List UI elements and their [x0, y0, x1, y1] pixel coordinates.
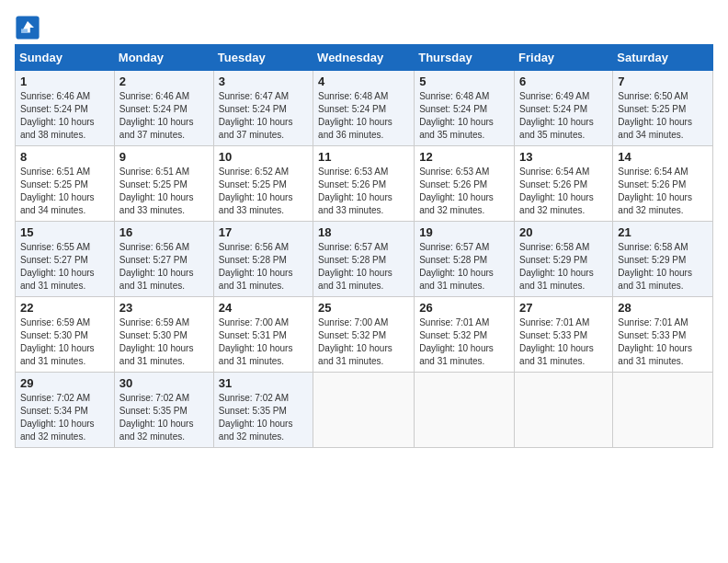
- logo: [15, 15, 44, 40]
- day-number: 3: [219, 75, 308, 88]
- logo-icon: [15, 15, 40, 40]
- day-number: 21: [618, 225, 708, 239]
- day-detail: Sunrise: 6:52 AMSunset: 5:25 PMDaylight:…: [219, 167, 293, 215]
- svg-rect-2: [21, 29, 28, 32]
- day-number: 7: [618, 75, 708, 88]
- day-detail: Sunrise: 7:02 AMSunset: 5:35 PMDaylight:…: [219, 393, 293, 442]
- calendar-cell: 23Sunrise: 6:59 AMSunset: 5:30 PMDayligh…: [114, 297, 213, 373]
- day-detail: Sunrise: 6:58 AMSunset: 5:29 PMDaylight:…: [519, 242, 594, 291]
- calendar-cell: 13Sunrise: 6:54 AMSunset: 5:26 PMDayligh…: [515, 146, 613, 222]
- calendar-cell: 9Sunrise: 6:51 AMSunset: 5:25 PMDaylight…: [114, 146, 213, 222]
- calendar-week-row: 22Sunrise: 6:59 AMSunset: 5:30 PMDayligh…: [16, 297, 713, 373]
- calendar-cell: 21Sunrise: 6:58 AMSunset: 5:29 PMDayligh…: [613, 222, 713, 297]
- day-detail: Sunrise: 6:59 AMSunset: 5:30 PMDaylight:…: [20, 317, 95, 366]
- day-detail: Sunrise: 7:02 AMSunset: 5:34 PMDaylight:…: [20, 393, 95, 442]
- day-detail: Sunrise: 6:48 AMSunset: 5:24 PMDaylight:…: [318, 91, 392, 140]
- day-number: 2: [119, 75, 209, 88]
- calendar-day-header: Wednesday: [313, 45, 415, 71]
- calendar-cell: 14Sunrise: 6:54 AMSunset: 5:26 PMDayligh…: [613, 146, 713, 222]
- page-header: [15, 15, 713, 40]
- calendar-body: 1Sunrise: 6:46 AMSunset: 5:24 PMDaylight…: [16, 71, 713, 448]
- day-detail: Sunrise: 6:53 AMSunset: 5:26 PMDaylight:…: [318, 167, 392, 215]
- day-detail: Sunrise: 7:00 AMSunset: 5:32 PMDaylight:…: [318, 317, 392, 366]
- day-detail: Sunrise: 7:01 AMSunset: 5:32 PMDaylight:…: [419, 317, 494, 366]
- calendar-cell: 24Sunrise: 7:00 AMSunset: 5:31 PMDayligh…: [213, 297, 313, 373]
- calendar-cell: 11Sunrise: 6:53 AMSunset: 5:26 PMDayligh…: [313, 146, 415, 222]
- day-number: 31: [219, 376, 308, 390]
- calendar-day-header: Tuesday: [213, 45, 313, 71]
- day-detail: Sunrise: 6:54 AMSunset: 5:26 PMDaylight:…: [618, 167, 692, 215]
- day-number: 29: [20, 376, 109, 390]
- day-number: 25: [318, 301, 409, 315]
- calendar-cell: 10Sunrise: 6:52 AMSunset: 5:25 PMDayligh…: [213, 146, 313, 222]
- day-number: 9: [119, 150, 209, 164]
- calendar-week-row: 29Sunrise: 7:02 AMSunset: 5:34 PMDayligh…: [16, 373, 713, 448]
- day-detail: Sunrise: 6:56 AMSunset: 5:28 PMDaylight:…: [219, 242, 293, 291]
- calendar-cell: 28Sunrise: 7:01 AMSunset: 5:33 PMDayligh…: [613, 297, 713, 373]
- day-number: 20: [519, 225, 608, 239]
- calendar-cell: 22Sunrise: 6:59 AMSunset: 5:30 PMDayligh…: [16, 297, 115, 373]
- day-detail: Sunrise: 6:58 AMSunset: 5:29 PMDaylight:…: [618, 242, 692, 291]
- day-number: 1: [20, 75, 109, 88]
- calendar-cell: 2Sunrise: 6:46 AMSunset: 5:24 PMDaylight…: [114, 71, 213, 146]
- day-detail: Sunrise: 6:56 AMSunset: 5:27 PMDaylight:…: [119, 242, 194, 291]
- calendar-cell: [313, 373, 415, 448]
- day-number: 6: [519, 75, 608, 88]
- day-number: 30: [119, 376, 209, 390]
- day-number: 12: [419, 150, 509, 164]
- day-detail: Sunrise: 6:57 AMSunset: 5:28 PMDaylight:…: [419, 242, 494, 291]
- day-detail: Sunrise: 6:46 AMSunset: 5:24 PMDaylight:…: [119, 91, 194, 140]
- calendar-cell: 3Sunrise: 6:47 AMSunset: 5:24 PMDaylight…: [213, 71, 313, 146]
- calendar-cell: [415, 373, 515, 448]
- calendar-day-header: Thursday: [415, 45, 515, 71]
- day-detail: Sunrise: 6:51 AMSunset: 5:25 PMDaylight:…: [20, 167, 95, 215]
- day-number: 11: [318, 150, 409, 164]
- calendar-cell: 17Sunrise: 6:56 AMSunset: 5:28 PMDayligh…: [213, 222, 313, 297]
- calendar-day-header: Saturday: [613, 45, 713, 71]
- calendar-cell: 26Sunrise: 7:01 AMSunset: 5:32 PMDayligh…: [415, 297, 515, 373]
- day-number: 14: [618, 150, 708, 164]
- calendar-cell: 29Sunrise: 7:02 AMSunset: 5:34 PMDayligh…: [16, 373, 115, 448]
- day-number: 27: [519, 301, 608, 315]
- day-number: 23: [119, 301, 209, 315]
- calendar-header-row: SundayMondayTuesdayWednesdayThursdayFrid…: [16, 45, 713, 71]
- day-number: 15: [20, 225, 109, 239]
- day-detail: Sunrise: 6:54 AMSunset: 5:26 PMDaylight:…: [519, 167, 594, 215]
- day-number: 5: [419, 75, 509, 88]
- day-detail: Sunrise: 6:48 AMSunset: 5:24 PMDaylight:…: [419, 91, 494, 140]
- day-number: 8: [20, 150, 109, 164]
- day-detail: Sunrise: 7:01 AMSunset: 5:33 PMDaylight:…: [519, 317, 594, 366]
- calendar-cell: [515, 373, 613, 448]
- day-number: 17: [219, 225, 308, 239]
- calendar-day-header: Friday: [515, 45, 613, 71]
- calendar-cell: 25Sunrise: 7:00 AMSunset: 5:32 PMDayligh…: [313, 297, 415, 373]
- calendar-week-row: 8Sunrise: 6:51 AMSunset: 5:25 PMDaylight…: [16, 146, 713, 222]
- day-detail: Sunrise: 6:46 AMSunset: 5:24 PMDaylight:…: [20, 91, 95, 140]
- calendar-table: SundayMondayTuesdayWednesdayThursdayFrid…: [15, 44, 713, 448]
- calendar-cell: 5Sunrise: 6:48 AMSunset: 5:24 PMDaylight…: [415, 71, 515, 146]
- day-detail: Sunrise: 7:01 AMSunset: 5:33 PMDaylight:…: [618, 317, 692, 366]
- calendar-cell: 8Sunrise: 6:51 AMSunset: 5:25 PMDaylight…: [16, 146, 115, 222]
- day-number: 28: [618, 301, 708, 315]
- calendar-cell: 1Sunrise: 6:46 AMSunset: 5:24 PMDaylight…: [16, 71, 115, 146]
- day-number: 19: [419, 225, 509, 239]
- calendar-cell: 7Sunrise: 6:50 AMSunset: 5:25 PMDaylight…: [613, 71, 713, 146]
- day-number: 18: [318, 225, 409, 239]
- day-number: 24: [219, 301, 308, 315]
- calendar-cell: 12Sunrise: 6:53 AMSunset: 5:26 PMDayligh…: [415, 146, 515, 222]
- day-number: 26: [419, 301, 509, 315]
- day-detail: Sunrise: 7:02 AMSunset: 5:35 PMDaylight:…: [119, 393, 194, 442]
- calendar-cell: 20Sunrise: 6:58 AMSunset: 5:29 PMDayligh…: [515, 222, 613, 297]
- day-number: 13: [519, 150, 608, 164]
- day-detail: Sunrise: 6:55 AMSunset: 5:27 PMDaylight:…: [20, 242, 95, 291]
- calendar-cell: [613, 373, 713, 448]
- calendar-week-row: 15Sunrise: 6:55 AMSunset: 5:27 PMDayligh…: [16, 222, 713, 297]
- calendar-week-row: 1Sunrise: 6:46 AMSunset: 5:24 PMDaylight…: [16, 71, 713, 146]
- day-detail: Sunrise: 6:57 AMSunset: 5:28 PMDaylight:…: [318, 242, 392, 291]
- calendar-cell: 18Sunrise: 6:57 AMSunset: 5:28 PMDayligh…: [313, 222, 415, 297]
- day-detail: Sunrise: 6:59 AMSunset: 5:30 PMDaylight:…: [119, 317, 194, 366]
- day-detail: Sunrise: 7:00 AMSunset: 5:31 PMDaylight:…: [219, 317, 293, 366]
- day-number: 16: [119, 225, 209, 239]
- calendar-cell: 19Sunrise: 6:57 AMSunset: 5:28 PMDayligh…: [415, 222, 515, 297]
- day-detail: Sunrise: 6:51 AMSunset: 5:25 PMDaylight:…: [119, 167, 194, 215]
